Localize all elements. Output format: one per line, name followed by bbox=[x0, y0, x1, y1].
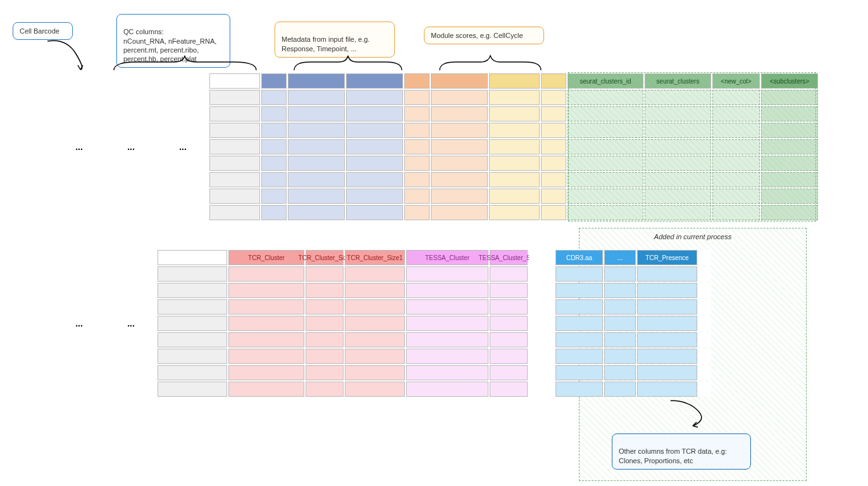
tessa-cell bbox=[406, 299, 488, 315]
tcr-data-cell bbox=[637, 316, 697, 331]
tcr-cell bbox=[228, 299, 304, 315]
tcr-data-cell bbox=[604, 382, 636, 397]
subcluster-cell bbox=[761, 106, 818, 122]
tcr-data-cell bbox=[604, 332, 636, 347]
seurat-cell bbox=[567, 123, 643, 138]
barcode-cell bbox=[158, 266, 227, 282]
gap bbox=[698, 365, 711, 380]
tcr-data-cell bbox=[637, 365, 697, 380]
gap bbox=[698, 349, 711, 364]
tcr-data-cell bbox=[604, 349, 636, 364]
module-cell bbox=[489, 172, 540, 187]
new-col-header: <new_col> bbox=[712, 73, 760, 89]
qc-cell bbox=[288, 156, 345, 171]
seurat-cell bbox=[712, 123, 760, 138]
tcr-cell bbox=[345, 299, 405, 315]
module-cell bbox=[541, 123, 566, 138]
barcode-cell bbox=[158, 332, 227, 347]
metadata-cell bbox=[431, 189, 488, 204]
tcr-data-cell bbox=[555, 365, 603, 380]
tcr-data-cell bbox=[637, 299, 697, 315]
gap bbox=[529, 316, 554, 331]
corner-cell bbox=[209, 73, 260, 89]
subcluster-cell bbox=[761, 205, 818, 220]
subcluster-cell bbox=[761, 189, 818, 204]
tessa-cell bbox=[490, 316, 528, 331]
qc-cell bbox=[346, 106, 403, 122]
metadata-col-header bbox=[404, 73, 430, 89]
qc-cell bbox=[261, 172, 287, 187]
module-cell bbox=[489, 106, 540, 122]
seurat-cell bbox=[712, 156, 760, 171]
gap bbox=[698, 332, 711, 347]
added-label: Added in current process bbox=[579, 233, 807, 240]
subcluster-cell bbox=[761, 123, 818, 138]
callout-text: Cell Barcode bbox=[20, 27, 59, 35]
tessa-cell bbox=[490, 332, 528, 347]
tcr-cell bbox=[228, 316, 304, 331]
gap bbox=[529, 349, 554, 364]
seurat-cell bbox=[645, 90, 711, 105]
module-cell bbox=[541, 189, 566, 204]
subcluster-cell bbox=[761, 90, 818, 105]
qc-col-header bbox=[288, 73, 345, 89]
barcode-cell bbox=[209, 106, 260, 122]
barcode-cell bbox=[158, 299, 227, 315]
barcode-cell bbox=[209, 139, 260, 154]
qc-cell bbox=[288, 139, 345, 154]
qc-cell bbox=[288, 106, 345, 122]
subcluster-cell bbox=[761, 156, 818, 171]
tcr-cell bbox=[228, 349, 304, 364]
tcr-data-cell bbox=[637, 349, 697, 364]
ellipsis: ... bbox=[54, 73, 104, 220]
metadata-cell bbox=[404, 205, 430, 220]
qc-cell bbox=[261, 139, 287, 154]
tcr-data-cell bbox=[555, 332, 603, 347]
tcr-cell bbox=[345, 382, 405, 397]
subcluster-cell bbox=[761, 139, 818, 154]
seurat-clusters-header: seurat_clusters bbox=[645, 73, 711, 89]
seurat-cell bbox=[645, 172, 711, 187]
barcode-cell bbox=[158, 382, 227, 397]
qc-cell bbox=[261, 156, 287, 171]
tessa-cell bbox=[490, 266, 528, 282]
tcr-cell bbox=[306, 332, 344, 347]
tessa-cell bbox=[406, 316, 488, 331]
module-cell bbox=[489, 156, 540, 171]
tessa-cluster-size-header: TESSA_Cluster_Size bbox=[490, 250, 528, 265]
callout-text: Other columns from TCR data, e.g: Clones… bbox=[619, 447, 727, 464]
seurat-clusters-id-header: seurat_clusters_id bbox=[567, 73, 643, 89]
tessa-cell bbox=[490, 283, 528, 298]
callout-text: Metadata from input file, e.g. Response,… bbox=[282, 35, 369, 52]
brace-modules bbox=[437, 54, 544, 73]
tcr-cell bbox=[345, 283, 405, 298]
callout-cell-barcode: Cell Barcode bbox=[13, 22, 73, 40]
tcr-cell bbox=[306, 283, 344, 298]
callout-text: Module scores, e.g. CellCycle bbox=[431, 32, 523, 39]
gap bbox=[698, 266, 711, 282]
qc-cell bbox=[346, 205, 403, 220]
seurat-cell bbox=[712, 189, 760, 204]
tcr-data-cell bbox=[637, 382, 697, 397]
callout-other-tcr-columns: Other columns from TCR data, e.g: Clones… bbox=[612, 433, 751, 470]
seurat-cell bbox=[712, 205, 760, 220]
tessa-cell bbox=[490, 382, 528, 397]
tcr-data-cell bbox=[604, 299, 636, 315]
tcr-cell bbox=[306, 349, 344, 364]
barcode-cell bbox=[158, 316, 227, 331]
seurat-cell bbox=[567, 106, 643, 122]
module-col-header bbox=[489, 73, 540, 89]
module-cell bbox=[541, 139, 566, 154]
tcr-cell bbox=[306, 299, 344, 315]
barcode-cell bbox=[158, 349, 227, 364]
seurat-cell bbox=[712, 139, 760, 154]
barcode-cell bbox=[209, 90, 260, 105]
barcode-cell bbox=[158, 365, 227, 380]
tessa-cell bbox=[490, 299, 528, 315]
module-cell bbox=[489, 139, 540, 154]
tcr-cell bbox=[306, 316, 344, 331]
tcr-cell bbox=[228, 365, 304, 380]
qc-cell bbox=[346, 90, 403, 105]
module-cell bbox=[489, 123, 540, 138]
tcr-cell bbox=[306, 382, 344, 397]
